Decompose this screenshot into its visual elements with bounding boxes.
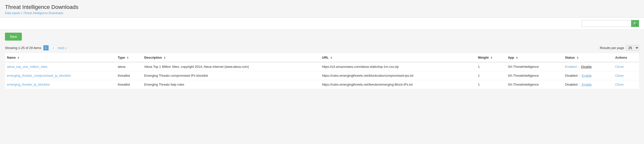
showing-text: Showing 1-25 of 29 items xyxy=(5,46,42,50)
status-sep-1: | xyxy=(579,74,580,77)
status-sep-0: | xyxy=(578,65,579,69)
name-link-2[interactable]: emerging_threats_ip_blocklist xyxy=(7,83,50,86)
cell-weight: 1 xyxy=(476,71,506,80)
col-name[interactable]: Name ⇕ xyxy=(5,53,116,62)
cell-actions: Clone xyxy=(613,62,639,71)
cell-status: Disabled | Enable xyxy=(563,71,613,80)
pagination-left: Showing 1-25 of 29 items 1 2 next » xyxy=(5,45,67,50)
status-action-link-2[interactable]: Enable xyxy=(582,83,592,86)
page-title: Threat Intelligence Downloads xyxy=(5,4,639,10)
col-type[interactable]: Type ⇕ xyxy=(116,53,142,62)
cell-description: Emerging Threats compromised IPs blockli… xyxy=(142,71,320,80)
cell-description: Emerging Threats fwip rules xyxy=(142,80,320,89)
url-sort-icon: ⇕ xyxy=(330,56,332,59)
status-sort-icon: ⇕ xyxy=(576,56,578,59)
cell-url: https://rules.emergingthreets.net/blockr… xyxy=(320,71,476,80)
cell-name: emerging_threats_compromised_ip_blocklis… xyxy=(5,71,116,80)
cell-status: Disabled | Enable xyxy=(563,80,613,89)
search-icon: 🔍 xyxy=(633,21,637,25)
items-table: Name ⇕ Type ⇕ Description ⇕ URL ⇕ Weight… xyxy=(5,53,639,89)
breadcrumb-current: Threat Intelligence Downloads xyxy=(23,11,63,15)
cell-name: alexa_top_one_million_sites xyxy=(5,62,116,71)
cell-url: https://rules.emergingthreets.net/fwrule… xyxy=(320,80,476,89)
status-label-1: Disabled xyxy=(565,74,578,77)
page-1-link[interactable]: 1 xyxy=(44,45,48,50)
action-bar: New xyxy=(0,30,644,43)
name-link-0[interactable]: alexa_top_one_million_sites xyxy=(7,65,47,69)
app-sort-icon: ⇕ xyxy=(516,56,518,59)
breadcrumb: Data inputs » Threat Intelligence Downlo… xyxy=(5,11,639,15)
col-description[interactable]: Description ⇕ xyxy=(142,53,320,62)
table-row: emerging_threats_ip_blocklist threatlist… xyxy=(5,80,639,89)
name-link-1[interactable]: emerging_threats_compromised_ip_blocklis… xyxy=(7,74,71,77)
cell-app: SA-ThreatIntelligence xyxy=(506,71,563,80)
per-page-select[interactable]: 25 50 100 xyxy=(626,45,639,51)
cell-weight: 1 xyxy=(476,62,506,71)
cell-actions: Clone xyxy=(613,80,639,89)
cell-url: https://s3.amazonaws.com/alexa-static/to… xyxy=(320,62,476,71)
cell-type: threatlist xyxy=(116,80,142,89)
search-button[interactable]: 🔍 xyxy=(631,20,639,27)
breadcrumb-parent-link[interactable]: Data inputs xyxy=(5,11,20,15)
clone-link-0[interactable]: Clone xyxy=(615,65,624,69)
cell-type: threatlist xyxy=(116,71,142,80)
breadcrumb-separator: » xyxy=(21,11,22,15)
table-row: alexa_top_one_million_sites alexa Alexa … xyxy=(5,62,639,71)
col-status[interactable]: Status ⇕ xyxy=(563,53,613,62)
cell-app: SA-ThreatIntelligence xyxy=(506,80,563,89)
next-page-link[interactable]: next » xyxy=(58,46,66,50)
cell-actions: Clone xyxy=(613,71,639,80)
pagination-right: Results per page 25 50 100 xyxy=(600,45,639,51)
weight-sort-icon: ⇕ xyxy=(490,56,492,59)
description-sort-icon: ⇕ xyxy=(164,56,166,59)
cell-status: Enabled | Disable xyxy=(563,62,613,71)
table-header-row: Name ⇕ Type ⇕ Description ⇕ URL ⇕ Weight… xyxy=(5,53,639,62)
table-wrapper: Name ⇕ Type ⇕ Description ⇕ URL ⇕ Weight… xyxy=(0,53,644,94)
col-url[interactable]: URL ⇕ xyxy=(320,53,476,62)
status-label-0: Enabled xyxy=(565,65,577,69)
type-sort-icon: ⇕ xyxy=(127,56,129,59)
name-sort-icon: ⇕ xyxy=(17,56,19,59)
new-button[interactable]: New xyxy=(5,33,22,41)
cell-weight: 1 xyxy=(476,80,506,89)
pagination-section: Showing 1-25 of 29 items 1 2 next » Resu… xyxy=(0,43,644,53)
search-input[interactable] xyxy=(582,20,631,27)
cell-name: emerging_threats_ip_blocklist xyxy=(5,80,116,89)
col-actions: Actions xyxy=(613,53,639,62)
table-row: emerging_threats_compromised_ip_blocklis… xyxy=(5,71,639,80)
status-action-link-0[interactable]: Disable xyxy=(581,65,592,69)
status-action-link-1[interactable]: Enable xyxy=(582,74,592,77)
col-weight[interactable]: Weight ⇕ xyxy=(476,53,506,62)
clone-link-1[interactable]: Clone xyxy=(615,74,624,77)
cell-type: alexa xyxy=(116,62,142,71)
toolbar: 🔍 xyxy=(0,17,644,30)
clone-link-2[interactable]: Clone xyxy=(615,83,624,86)
col-app[interactable]: App ⇕ xyxy=(506,53,563,62)
search-wrapper: 🔍 xyxy=(582,20,639,27)
results-per-page-label: Results per page xyxy=(600,46,624,50)
status-sep-2: | xyxy=(579,83,580,86)
cell-app: SA-ThreatIntelligence xyxy=(506,62,563,71)
status-label-2: Disabled xyxy=(565,83,578,86)
page-2-link[interactable]: 2 xyxy=(50,45,56,50)
cell-description: Alexa Top 1 Million Sites, copyright 201… xyxy=(142,62,320,71)
